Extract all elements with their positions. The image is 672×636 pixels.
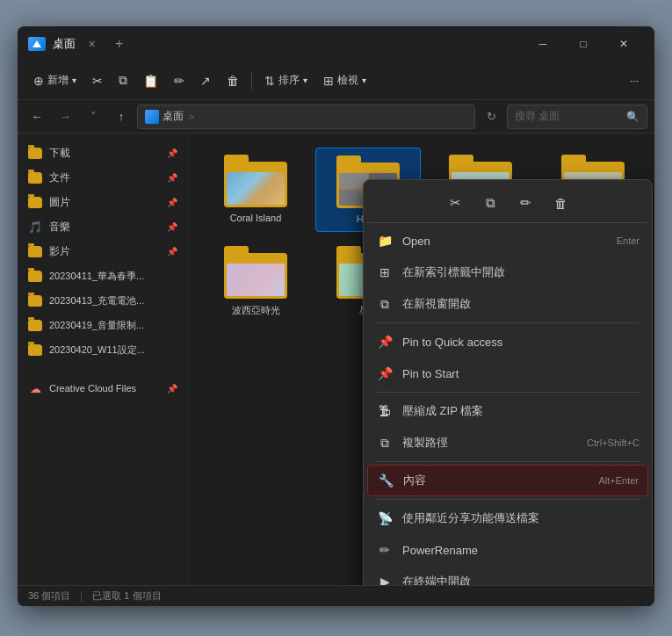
cm-item-powerrename[interactable]: ✏ PowerRename (367, 534, 648, 566)
sidebar-label-creative-cloud: Creative Cloud Files (49, 383, 136, 394)
cm-open-shortcut: Enter (617, 235, 639, 246)
cm-item-new-tab[interactable]: ⊞ 在新索引標籤中開啟 (367, 257, 648, 288)
sidebar-label-folder7: 20230419_音量限制... (49, 319, 144, 332)
sidebar-item-documents[interactable]: 文件 📌 (18, 165, 188, 190)
cm-cut-button[interactable]: ✂ (439, 189, 471, 217)
cm-item-properties[interactable]: 🔧 內容 Alt+Enter (367, 465, 648, 496)
status-count: 36 個項目 (28, 589, 70, 603)
cm-terminal-label: 在終端中開啟 (402, 574, 639, 585)
sidebar-label-documents: 文件 (49, 170, 70, 185)
cm-zip-icon: 🗜 (376, 402, 394, 420)
back-button[interactable]: ← (25, 105, 49, 129)
sidebar-label-folder6: 20230413_充電電池... (49, 294, 144, 307)
cm-rename-icon: ✏ (520, 195, 531, 211)
documents-pin-icon: 📌 (167, 173, 177, 183)
address-input[interactable]: 桌面 > (137, 105, 475, 129)
videos-folder-icon (28, 246, 42, 257)
cm-item-open[interactable]: 📁 Open Enter (367, 225, 648, 257)
cm-item-terminal[interactable]: ▶ 在終端中開啟 (367, 566, 648, 585)
view-button[interactable]: ⊞ 檢視 ▾ (316, 69, 373, 91)
sidebar-item-creative-cloud[interactable]: ☁ Creative Cloud Files 📌 (18, 376, 188, 401)
refresh-button[interactable]: ↻ (479, 105, 503, 129)
sidebar-item-folder7[interactable]: 20230419_音量限制... (18, 313, 188, 337)
sidebar-item-music[interactable]: 🎵 音樂 📌 (18, 214, 188, 239)
sort-chevron-icon: ▾ (303, 76, 307, 85)
cm-rename-button[interactable]: ✏ (509, 189, 541, 217)
share-button[interactable]: ↗ (193, 70, 218, 91)
sidebar-item-folder6[interactable]: 20230413_充電電池... (18, 288, 188, 313)
folder6-icon (28, 295, 42, 307)
file-item-bose[interactable]: 波西亞時光 (203, 239, 308, 324)
cm-nearby-share-icon: 📡 (376, 510, 394, 527)
close-button[interactable]: ✕ (603, 30, 644, 58)
sidebar-item-folder8[interactable]: 20230420_W11設定... (18, 337, 188, 362)
cm-copy-button[interactable]: ⧉ (474, 189, 506, 217)
sort-button[interactable]: ⇅ 排序 ▾ (257, 69, 314, 91)
up-button[interactable]: ↑ (109, 105, 134, 129)
minimize-button[interactable]: ─ (523, 30, 563, 58)
address-separator: > (189, 112, 194, 122)
cm-powerrename-label: PowerRename (402, 544, 639, 557)
cm-item-pin-quick[interactable]: 📌 Pin to Quick access (367, 326, 648, 358)
sidebar-label-folder8: 20230420_W11設定... (49, 343, 145, 357)
forward-button[interactable]: → (53, 105, 77, 129)
documents-folder-icon (28, 172, 42, 184)
paste-button[interactable]: 📋 (136, 70, 165, 91)
videos-pin-icon: 📌 (167, 247, 177, 257)
cm-new-tab-label: 在新索引標籤中開啟 (402, 264, 639, 280)
file-name-coral-island: Coral Island (230, 213, 282, 223)
search-icon: 🔍 (626, 111, 639, 123)
folder7-icon (28, 320, 42, 331)
main-content: 下載 📌 文件 📌 圖片 📌 🎵 音樂 📌 影片 📌 (18, 134, 654, 585)
rename-button[interactable]: ✏ (167, 70, 191, 91)
cm-pin-quick-icon: 📌 (376, 333, 394, 351)
cm-new-window-icon: ⧉ (376, 295, 394, 313)
cm-zip-label: 壓縮成 ZIP 檔案 (402, 403, 639, 419)
folder5-icon (28, 271, 42, 282)
address-bar: ← → ˅ ↑ 桌面 > ↻ 搜尋 桌面 🔍 (18, 100, 654, 134)
cm-item-zip[interactable]: 🗜 壓縮成 ZIP 檔案 (367, 395, 648, 427)
maximize-button[interactable]: □ (563, 30, 603, 58)
cm-delete-button[interactable]: 🗑 (545, 189, 576, 217)
paste-icon: 📋 (143, 74, 158, 88)
sidebar-label-music: 音樂 (49, 220, 70, 235)
cm-item-copy-path[interactable]: ⧉ 複製路徑 Ctrl+Shift+C (367, 427, 648, 459)
sidebar-item-pictures[interactable]: 圖片 📌 (18, 190, 188, 214)
new-tab-button[interactable]: + (108, 34, 130, 54)
sort-label: 排序 (278, 73, 300, 88)
cm-item-new-window[interactable]: ⧉ 在新視窗開啟 (367, 288, 648, 320)
cm-item-pin-start[interactable]: 📌 Pin to Start (367, 358, 648, 389)
cm-pin-start-icon: 📌 (376, 365, 394, 382)
search-placeholder: 搜尋 桌面 (515, 109, 621, 124)
sidebar: 下載 📌 文件 📌 圖片 📌 🎵 音樂 📌 影片 📌 (18, 134, 189, 585)
file-item-coral-island[interactable]: Coral Island (203, 148, 308, 232)
tab-close-button[interactable]: ✕ (83, 37, 101, 52)
file-name-bose: 波西亞時光 (232, 304, 280, 317)
cm-open-icon: 📁 (376, 232, 394, 249)
delete-button[interactable]: 🗑 (220, 70, 246, 91)
cm-delete-icon: 🗑 (554, 196, 567, 211)
creative-cloud-icon: ☁ (28, 381, 42, 395)
sidebar-item-folder5[interactable]: 20230411_華為春季... (18, 264, 188, 288)
more-button[interactable]: ··· (623, 71, 646, 90)
view-label: 檢視 (337, 73, 358, 88)
window-icon (28, 37, 46, 51)
recent-button[interactable]: ˅ (81, 105, 105, 129)
copy-button[interactable]: ⧉ (112, 69, 134, 91)
cm-item-nearby-share[interactable]: 📡 使用鄰近分享功能傳送檔案 (367, 502, 648, 534)
music-pin-icon: 📌 (167, 222, 177, 232)
title-bar: 桌面 ✕ + ─ □ ✕ (18, 26, 654, 61)
cut-button[interactable]: ✂ (85, 70, 110, 91)
sidebar-item-videos[interactable]: 影片 📌 (18, 239, 188, 264)
context-menu: ✂ ⧉ ✏ 🗑 📁 Open Enter (363, 179, 653, 585)
toolbar-separator-1 (251, 72, 252, 90)
new-button[interactable]: ⊕ 新增 ▾ (26, 69, 83, 91)
search-box[interactable]: 搜尋 桌面 🔍 (507, 105, 647, 129)
cm-open-label: Open (402, 235, 608, 248)
rename-icon: ✏ (174, 74, 184, 88)
sidebar-label-folder5: 20230411_華為春季... (49, 270, 144, 283)
cm-properties-shortcut: Alt+Enter (598, 475, 639, 486)
sidebar-item-download[interactable]: 下載 📌 (18, 141, 188, 165)
cm-terminal-icon: ▶ (376, 573, 394, 585)
sidebar-label-pictures: 圖片 (49, 195, 70, 210)
